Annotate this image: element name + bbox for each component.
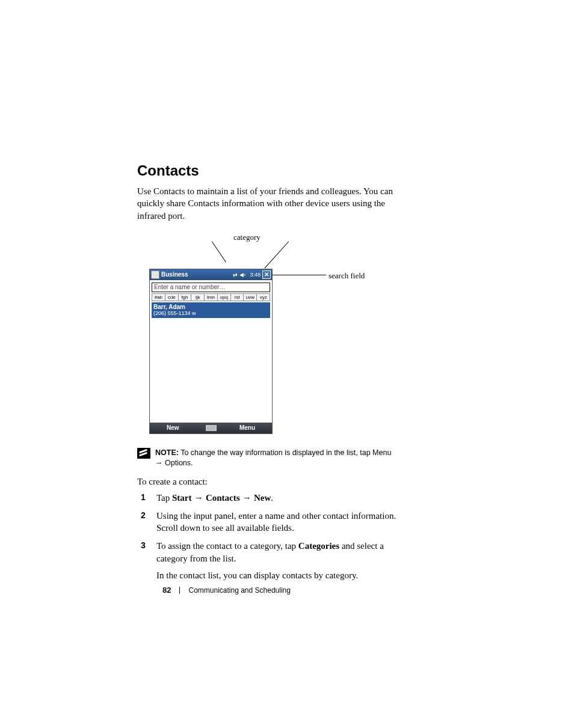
- note-icon: [137, 448, 150, 459]
- alpha-tab[interactable]: #ab: [152, 293, 165, 301]
- keyboard-icon[interactable]: [206, 425, 217, 431]
- category-dropdown[interactable]: Business: [161, 271, 188, 278]
- alpha-tab[interactable]: xyz: [256, 293, 270, 301]
- create-contact-label: To create a contact:: [137, 477, 478, 487]
- step-3: To assign the contact to a category, tap…: [137, 540, 402, 587]
- leader-line: [212, 241, 226, 262]
- note-block: NOTE: To change the way information is d…: [137, 448, 396, 468]
- device-softkey-bar: New Menu: [150, 423, 272, 433]
- softkey-menu[interactable]: Menu: [239, 424, 255, 431]
- softkey-new[interactable]: New: [167, 424, 179, 431]
- page-footer: 82 Communicating and Scheduling: [162, 586, 291, 595]
- close-icon[interactable]: ✕: [262, 271, 271, 279]
- footer-separator: [179, 587, 180, 594]
- search-input[interactable]: Enter a name or number…: [152, 283, 270, 292]
- section-heading: Contacts: [137, 162, 478, 179]
- device-titlebar: Business ⇄ ◀⠆ 3:48 ✕: [150, 269, 272, 280]
- alpha-tab[interactable]: lmn: [204, 293, 217, 301]
- alpha-tab[interactable]: cde: [165, 293, 178, 301]
- device-screenshot: Business ⇄ ◀⠆ 3:48 ✕ Enter a name or num…: [149, 269, 273, 434]
- page-number: 82: [162, 586, 171, 595]
- connectivity-icon: ⇄: [233, 272, 238, 278]
- intro-paragraph: Use Contacts to maintain a list of your …: [137, 185, 396, 222]
- alpha-tab[interactable]: uvw: [243, 293, 256, 301]
- alpha-tab[interactable]: rst: [230, 293, 244, 301]
- step-1: Tap Start → Contacts → New.: [137, 492, 402, 510]
- step-3-sub: In the contact list, you can display con…: [156, 569, 402, 581]
- alpha-tab[interactable]: opq: [217, 293, 230, 301]
- leader-line: [264, 241, 289, 268]
- alpha-tab[interactable]: ijk: [191, 293, 204, 301]
- contact-phone: (206) 555-1134 w: [153, 310, 268, 316]
- callout-category: category: [233, 233, 261, 242]
- clock-time: 3:48: [250, 272, 261, 278]
- steps-list: Tap Start → Contacts → New. Using the in…: [137, 492, 478, 588]
- volume-icon: ◀⠆: [239, 272, 248, 278]
- alpha-index[interactable]: #ab cde fgh ijk lmn opq rst uvw xyz: [152, 293, 270, 301]
- step-2: Using the input panel, enter a name and …: [137, 510, 402, 540]
- contact-row-selected[interactable]: Barr, Adam (206) 555-1134 w: [152, 302, 270, 318]
- footer-section: Communicating and Scheduling: [188, 586, 290, 595]
- callout-search-field: search field: [329, 271, 365, 281]
- contact-list-area[interactable]: [152, 318, 270, 419]
- alpha-tab[interactable]: fgh: [178, 293, 191, 301]
- contact-name: Barr, Adam: [153, 304, 268, 310]
- note-text: NOTE: To change the way information is d…: [155, 448, 396, 468]
- figure: category search field Business ⇄ ◀⠆ 3:48…: [149, 233, 450, 437]
- start-flag-icon[interactable]: [151, 271, 159, 279]
